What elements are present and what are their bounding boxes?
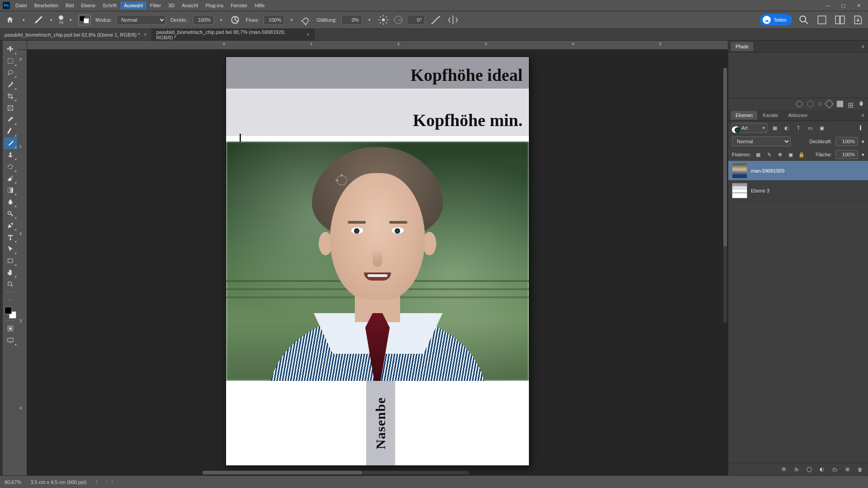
layer-fill-input[interactable]: 100% <box>835 150 858 159</box>
new-path-icon[interactable]: ⊞ <box>848 101 854 107</box>
layer-thumbnail[interactable] <box>732 163 747 178</box>
filter-toggle-switch[interactable]: ⏽ <box>856 124 864 132</box>
zoom-level[interactable]: 80,67% <box>5 479 21 485</box>
tab-close-icon[interactable]: × <box>144 32 147 38</box>
magic-wand-tool[interactable] <box>4 79 17 90</box>
blend-mode-select[interactable]: Normal <box>116 15 166 25</box>
gradient-tool[interactable] <box>4 184 17 196</box>
brush-picker-chevron[interactable]: ▾ <box>68 18 74 22</box>
load-selection-icon[interactable]: ◇ <box>818 101 821 107</box>
vertical-ruler[interactable]: 01234 <box>18 50 27 475</box>
clone-stamp-tool[interactable] <box>4 149 17 161</box>
lasso-tool[interactable] <box>4 67 17 79</box>
quick-mask-toggle[interactable] <box>4 323 17 334</box>
mask-from-path-icon[interactable] <box>837 101 843 107</box>
document-info[interactable]: 3,5 cm x 4,5 cm (600 ppi) <box>30 479 86 485</box>
layer-opacity-chevron[interactable]: ▾ <box>862 139 864 145</box>
search-icon[interactable] <box>797 14 810 26</box>
type-tool[interactable] <box>4 231 17 243</box>
angle-input[interactable]: 0° <box>407 15 425 25</box>
workspace-switcher-icon[interactable] <box>834 14 846 26</box>
pen-tool[interactable] <box>4 220 17 231</box>
brush-tool[interactable] <box>4 137 17 149</box>
recent-files-chevron[interactable]: ▾ <box>21 18 27 22</box>
paths-panel-body[interactable] <box>728 52 868 98</box>
airbrush-toggle[interactable] <box>299 14 312 26</box>
tab-paths[interactable]: Pfade <box>731 42 753 51</box>
filter-pixel-icon[interactable]: ▦ <box>771 124 779 132</box>
angle-icon[interactable] <box>394 16 402 24</box>
tool-preset-chevron[interactable]: ▾ <box>48 18 54 22</box>
flow-chevron[interactable]: ▾ <box>289 18 295 22</box>
layer-name[interactable]: Ebene 3 <box>751 188 769 193</box>
link-layers-icon[interactable]: ⧉ <box>780 466 788 473</box>
layer-blend-mode-select[interactable]: Normal <box>732 136 791 146</box>
lock-position-icon[interactable]: ✥ <box>776 151 783 158</box>
layer-row[interactable]: 👁Ebene 3 <box>728 181 868 201</box>
symmetry-toggle[interactable] <box>447 14 459 26</box>
menu-plug-ins[interactable]: Plug-ins <box>202 1 227 9</box>
screen-mode-toggle[interactable] <box>4 334 17 346</box>
tab-actions[interactable]: Aktionen <box>783 111 812 120</box>
smoothing-chevron[interactable]: ▾ <box>367 18 373 22</box>
brush-panel-toggle[interactable] <box>78 14 91 25</box>
move-tool[interactable] <box>4 43 17 55</box>
menu-bearbeiten[interactable]: Bearbeiten <box>31 1 62 9</box>
horizontal-ruler[interactable]: 012345678 <box>27 41 728 50</box>
layer-fill-chevron[interactable]: ▾ <box>862 152 864 158</box>
new-layer-icon[interactable]: ⊞ <box>844 466 851 473</box>
filter-smart-icon[interactable]: ▣ <box>818 124 826 132</box>
eyedropper-tool[interactable] <box>4 114 17 126</box>
opacity-chevron[interactable]: ▾ <box>218 18 224 22</box>
add-mask-icon[interactable]: ◯ <box>806 466 813 473</box>
foreground-background-colors[interactable] <box>5 307 16 319</box>
menu-bild[interactable]: Bild <box>62 1 77 9</box>
flow-input[interactable]: 100% <box>264 15 284 25</box>
menu-auswahl[interactable]: Auswahl <box>120 1 146 9</box>
tab-channels[interactable]: Kanäle <box>758 111 783 120</box>
paths-panel-menu-icon[interactable]: ≡ <box>858 44 868 49</box>
document-tab[interactable]: passbild_biometrisch_chip.psd bei 80,7% … <box>152 29 315 40</box>
home-button[interactable] <box>4 14 16 26</box>
opacity-input[interactable]: 100% <box>193 15 214 25</box>
rectangle-tool[interactable] <box>4 255 17 267</box>
document-canvas[interactable]: Kopfhöhe ideal Kopfhöhe min. <box>226 57 529 465</box>
stroke-path-icon[interactable] <box>807 101 813 107</box>
layer-fx-icon[interactable]: fx <box>793 466 800 473</box>
menu-3d[interactable]: 3D <box>165 1 178 9</box>
crop-tool[interactable] <box>4 90 17 102</box>
filter-type-icon[interactable]: T <box>794 124 802 132</box>
arrange-documents-icon[interactable] <box>816 14 828 26</box>
menu-ansicht[interactable]: Ansicht <box>178 1 202 9</box>
menu-schrift[interactable]: Schrift <box>99 1 120 9</box>
menu-hilfe[interactable]: Hilfe <box>251 1 268 9</box>
frame-tool[interactable] <box>4 102 17 114</box>
export-icon[interactable] <box>852 14 864 26</box>
healing-brush-tool[interactable] <box>4 126 17 137</box>
path-selection-tool[interactable] <box>4 243 17 255</box>
tab-layers[interactable]: Ebenen <box>731 111 757 120</box>
layer-row[interactable]: 👁man-59081920 <box>728 161 868 181</box>
new-group-icon[interactable]: 🗀 <box>831 466 838 473</box>
size-pressure-toggle[interactable] <box>429 14 442 26</box>
window-maximize-button[interactable]: ▢ <box>836 1 850 10</box>
viewport[interactable]: Kopfhöhe ideal Kopfhöhe min. <box>27 50 728 475</box>
document-tab[interactable]: passbild_biometrisch_chip.psd bei 62,6% … <box>0 29 152 40</box>
tab-close-icon[interactable]: × <box>307 32 310 38</box>
menu-fenster[interactable]: Fenster <box>227 1 251 9</box>
layer-name[interactable]: man-59081920 <box>751 168 784 174</box>
lock-artboard-icon[interactable]: ▣ <box>787 151 794 158</box>
hand-tool[interactable] <box>4 267 17 278</box>
history-brush-tool[interactable] <box>4 161 17 173</box>
horizontal-scrollbar[interactable] <box>203 471 469 474</box>
smoothing-input[interactable]: 0% <box>341 15 362 25</box>
ruler-origin[interactable] <box>18 41 27 50</box>
filter-shape-icon[interactable]: ▭ <box>806 124 814 132</box>
layer-thumbnail[interactable] <box>732 183 747 198</box>
window-close-button[interactable]: ✕ <box>852 1 865 10</box>
menu-filter[interactable]: Filter <box>146 1 165 9</box>
zoom-tool[interactable] <box>4 278 17 290</box>
menu-datei[interactable]: Datei <box>12 1 31 9</box>
lock-image-icon[interactable]: ✎ <box>765 151 773 158</box>
delete-layer-icon[interactable]: 🗑 <box>856 466 863 473</box>
